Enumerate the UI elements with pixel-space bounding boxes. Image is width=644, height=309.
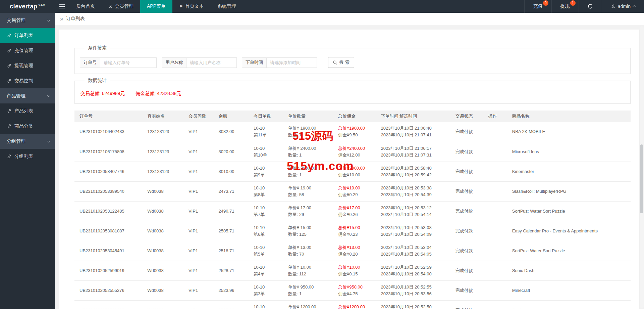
nav-menu: 后台首页 会员管理 APP菜单 ⚑ 首页文本 系统管理 [69, 0, 243, 13]
cell-unit-price-qty: 单价¥ 950.00数量: 1 [283, 280, 333, 300]
sidebar-item-goods-category[interactable]: 商品分类 [0, 119, 55, 134]
cell-product: Easy Calendar Pro - Events & Appointment… [507, 221, 631, 241]
chevron-down-icon [47, 18, 50, 21]
navbar-actions: 充值 0 提现 1 admin [524, 0, 644, 13]
sidebar-item-order-list[interactable]: 订单列表 [0, 28, 55, 43]
sidebar-item-withdraw-management[interactable]: 提现管理 [0, 58, 55, 73]
cell-balance: 2523.96 [213, 280, 248, 300]
order-no-group: 订单号 [80, 57, 157, 68]
withdraw-label: 提现 [560, 3, 570, 9]
cell-balance: 2528.71 [213, 261, 248, 280]
cell-real-name: Wd0038 [142, 221, 183, 241]
sidebar-group-group-management[interactable]: 分组管理 [0, 134, 55, 149]
table-row: UB2310102106175808 123123123 VIP1 3020.0… [74, 142, 631, 162]
link-icon [7, 124, 11, 128]
nav-tab-member-management[interactable]: 会员管理 [102, 0, 140, 13]
cell-status: 完成付款 [450, 221, 483, 241]
order-time-input[interactable] [267, 57, 317, 68]
nav-tab-app-menu[interactable]: APP菜单 [140, 0, 172, 13]
username-label: admin [618, 4, 631, 9]
cell-product: Design+code [507, 300, 631, 309]
cell-today-orders: 10-10第3单 [249, 280, 283, 300]
recharge-button[interactable]: 充值 0 [524, 0, 551, 13]
column-header: 交易状态 [450, 111, 483, 122]
cell-times: 2023年10月10日 20:53:122023年10月10日 20:54:14 [376, 201, 450, 221]
nav-tab-label: 首页文本 [185, 3, 204, 9]
username-group: 用户名称 [162, 57, 237, 68]
sidebar-group-product-management[interactable]: 产品管理 [0, 88, 55, 103]
cell-today-orders: 10-10第6单 [249, 221, 283, 241]
sidebar-item-recharge-management[interactable]: 充值管理 [0, 43, 55, 58]
cell-unit-price-qty: 单价¥ 19.00数量: 58 [283, 181, 333, 201]
nav-tab-label: 系统管理 [217, 3, 236, 9]
total-amount: 交易总额: 6249989元 [80, 91, 125, 96]
cell-vip-level: VIP1 [183, 241, 214, 261]
cell-action [483, 181, 507, 201]
cell-status: 完成付款 [450, 162, 483, 181]
sidebar-item-label: 充值管理 [14, 48, 33, 54]
nav-tab-backend-home[interactable]: 后台首页 [69, 0, 102, 13]
cell-total-commission: 总价¥1900.00佣金¥9.50 [333, 122, 376, 142]
sidebar-group-trade-management[interactable]: 交易管理 [0, 13, 55, 28]
person-icon [108, 4, 113, 9]
scrollbar-thumb[interactable] [640, 144, 643, 213]
cell-status: 完成付款 [450, 300, 483, 309]
cell-order-no: UB2310102106402433 [74, 122, 142, 142]
user-menu[interactable]: admin [602, 0, 644, 13]
username-input[interactable] [186, 57, 237, 68]
order-no-input[interactable] [100, 57, 157, 68]
chevron-down-icon [47, 94, 50, 97]
sidebar-item-label: 订单列表 [14, 33, 33, 39]
cell-vip-level: VIP1 [183, 162, 214, 181]
withdraw-button[interactable]: 提现 1 [551, 0, 579, 13]
sidebar-item-group-list[interactable]: 分组列表 [0, 149, 55, 164]
cell-order-no: UB2310102106175808 [74, 142, 142, 162]
column-header: 总价佣金 [333, 111, 376, 122]
nav-tab-home-text[interactable]: ⚑ 首页文本 [172, 0, 211, 13]
stats-line: 交易总额: 6249989元 佣金总额: 42328.38元 [80, 88, 625, 98]
user-icon [611, 4, 615, 9]
sidebar-toggle-icon[interactable] [55, 0, 69, 13]
cell-total-commission: 总价¥19.00佣金¥0.29 [333, 181, 376, 201]
cell-balance: 2490.71 [213, 201, 248, 221]
commission-amount: 佣金总额: 42328.38元 [136, 91, 181, 96]
page-title: 订单列表 [66, 16, 85, 22]
cell-balance: 2517.96 [213, 300, 248, 309]
cell-order-no: UB2310102058407746 [74, 162, 142, 181]
cell-real-name: 123123123 [142, 142, 183, 162]
search-button[interactable]: 搜 索 [328, 57, 354, 68]
cell-product: Minecraft [507, 280, 631, 300]
table-row: UB2310102053389540 Wd0038 VIP1 2473.71 1… [74, 181, 631, 201]
cell-total-commission: 总价¥17.00佣金¥0.26 [333, 201, 376, 221]
main-content: 条件搜索 订单号 用户名称 下单时间 搜 索 [55, 25, 644, 309]
sidebar-item-trade-control[interactable]: 交易控制 [0, 73, 55, 88]
cell-times: 2023年10月10日 20:53:082023年10月10日 20:54:09 [376, 221, 450, 241]
sidebar-item-label: 提现管理 [14, 63, 33, 69]
status-badge: 完成付款 [455, 189, 473, 194]
cell-times: 2023年10月10日 20:52:502023年10月10日 20:53:51 [376, 300, 450, 309]
cell-total-commission: 总价¥2400.00佣金¥12.00 [333, 142, 376, 162]
cell-vip-level: VIP1 [183, 261, 214, 280]
recharge-label: 充值 [533, 3, 543, 9]
refresh-button[interactable] [579, 0, 602, 13]
link-icon [7, 154, 11, 159]
status-badge: 完成付款 [455, 129, 473, 134]
cell-vip-level: VIP1 [183, 181, 214, 201]
order-table-body: UB2310102106402433 123123123 VIP1 3032.0… [74, 122, 631, 309]
status-badge: 完成付款 [455, 209, 473, 214]
table-row: UB2310102058407746 123123123 VIP1 3010.0… [74, 162, 631, 181]
vertical-scrollbar[interactable] [640, 26, 644, 308]
table-row: UB2310102053122485 Wd0038 VIP1 2490.71 1… [74, 201, 631, 221]
cell-today-orders: 10-10第9单 [249, 162, 283, 181]
sidebar-item-product-list[interactable]: 产品列表 [0, 103, 55, 119]
table-row: UB2310102052599019 Wd0038 VIP1 2528.71 1… [74, 261, 631, 280]
cell-unit-price-qty: 单价¥ 13.00数量: 70 [283, 241, 333, 261]
status-badge: 完成付款 [455, 288, 473, 293]
cell-order-no: UB2310102052555276 [74, 280, 142, 300]
cell-real-name: 123123123 [142, 162, 183, 181]
nav-tab-system-management[interactable]: 系统管理 [211, 0, 243, 13]
column-header: 余额 [213, 111, 248, 122]
link-icon [7, 109, 11, 113]
cell-total-commission: 总价¥1200.00佣金¥6.00 [333, 300, 376, 309]
cell-today-orders: 10-10第2单 [249, 300, 283, 309]
